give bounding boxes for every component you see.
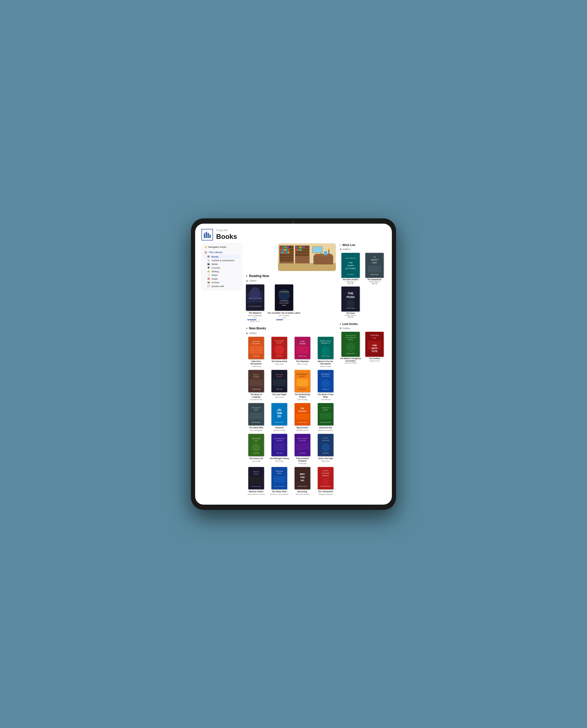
svg-text:Clare Pooley: Clare Pooley <box>299 388 306 390</box>
sidebar-item-writing[interactable]: ✍️ Writing <box>203 270 240 273</box>
reading-book-2[interactable]: V.E.SCHWAB THE INVISIBLE LIFE OF ADDIE L… <box>267 285 301 322</box>
new-book-2[interactable]: FLATSHAREBeth O'Leary The Flatshare Beth… <box>292 337 313 367</box>
three-col-layout: 🧭 Navigator Panel 🏠 The Library 📚 Books <box>202 243 385 499</box>
new-book-3[interactable]: WHERE'D YOU GOBERNADETTEMaria Semple Whe… <box>315 337 336 367</box>
last-book-0[interactable]: THE BALLAD OFSONGBIRDS ANDSNAKESSuzanne … <box>339 332 361 364</box>
new-book-14[interactable]: TRANSCENDENTKINGDOMYaa Gyasi Transcenden… <box>292 434 313 464</box>
logo-bar-3 <box>208 233 209 238</box>
svg-text:GOTHIC: GOTHIC <box>254 473 259 475</box>
last-books-header: ● Last books <box>339 322 385 325</box>
svg-text:THE: THE <box>348 292 353 295</box>
reading-book-1[interactable]: THE MAIDENS ALEX MICHAELIDES The Maidens… <box>246 285 264 322</box>
wish-list-title: Wish List <box>343 243 355 247</box>
reading-now-dot: ● <box>246 274 248 277</box>
svg-text:TUTE: TUTE <box>372 350 378 352</box>
svg-point-76 <box>321 346 330 355</box>
sidebar-item-quotes[interactable]: 💬 Quotes wall <box>203 285 240 288</box>
svg-text:THE: THE <box>373 256 376 258</box>
page-title: Books <box>216 233 237 241</box>
new-book-19[interactable]: ATWOODTHE TESTAMENTSMargaret Atwood The … <box>315 467 336 495</box>
wish-book-2-price: $11.35 <box>339 316 361 318</box>
logo-bars <box>204 231 211 238</box>
new-book-7[interactable]: THE BOOK OFTWO WAYSJodi Picoult The Book… <box>315 370 336 401</box>
svg-text:THE BOOK OF: THE BOOK OF <box>321 373 330 375</box>
last-books-view[interactable]: ⊞ Gallery <box>339 327 385 330</box>
new-books-header: ● New Books <box>246 326 336 330</box>
svg-rect-8 <box>280 256 293 259</box>
home-icon: 🏠 <box>204 251 208 254</box>
new-book-11[interactable]: AMERICANDIRTJeanine Cummins American Dir… <box>315 403 336 431</box>
svg-point-136 <box>322 443 330 452</box>
quotes-icon: 💬 <box>207 285 210 287</box>
sidebar-item-media[interactable]: 🎬 Media <box>203 262 240 266</box>
sidebar-item-articles[interactable]: 📰 Articles & researchers <box>203 259 240 262</box>
sidebar: 🧭 Navigator Panel 🏠 The Library 📚 Books <box>202 243 242 499</box>
breadcrumb: ☰ App title <box>216 229 237 231</box>
sidebar-item-notes[interactable]: 📝 Notes <box>203 273 240 277</box>
svg-text:THE BALLAD OF: THE BALLAD OF <box>345 335 356 336</box>
wish-book-1[interactable]: THESANATORIUMSarah Pearse The Sanatorium… <box>364 253 386 285</box>
svg-text:Beth O'Leary: Beth O'Leary <box>299 355 306 357</box>
svg-rect-39 <box>313 255 333 265</box>
sidebar-item-courses[interactable]: 🎓 Courses <box>203 266 240 270</box>
svg-text:Yaa Gyasi: Yaa Gyasi <box>300 452 306 454</box>
new-book-16[interactable]: MEXICANGOTHICSilvia Moreno-Garcia Mexica… <box>246 467 266 495</box>
reading-grid: THE MAIDENS ALEX MICHAELIDES The Maidens… <box>246 285 336 322</box>
new-book-18-cover: BECOMINGMichelle Obama <box>295 467 310 490</box>
new-book-4[interactable]: Book ofLongingsSue Monk Kidd The Book of… <box>246 370 266 401</box>
new-book-1[interactable]: THE HENNAARTISTAlka Joshi The Henna Arti… <box>269 337 289 367</box>
svg-rect-19 <box>286 249 288 251</box>
reading-book-2-fill <box>276 319 283 320</box>
sidebar-item-archive[interactable]: 📦 Archive <box>203 281 240 285</box>
svg-text:SHARE: SHARE <box>299 343 306 345</box>
svg-rect-21 <box>280 252 281 253</box>
reading-book-2-author: V.E. Schwab <box>267 315 301 317</box>
new-book-9-title: Untamed <box>269 427 289 429</box>
wish-list-view[interactable]: ⊞ Gallery <box>339 248 385 251</box>
new-books-view[interactable]: ⊞ Gallery <box>246 332 336 335</box>
new-book-6[interactable]: THE AUTHENTICITYPROJECTClare Pooley The … <box>292 370 313 401</box>
last-book-1-cover: STEPHENKINGTHEINSTITUTE <box>365 332 384 357</box>
svg-text:TRANSCENDENT: TRANSCENDENT <box>297 438 308 439</box>
svg-rect-35 <box>303 246 305 248</box>
new-book-2-author: Beth O'Leary <box>292 363 313 365</box>
new-book-5-author: Julie Clark <box>269 396 289 398</box>
library-section-header[interactable]: 🏠 The Library <box>203 250 240 254</box>
sidebar-item-goals[interactable]: 🎯 Goals <box>203 277 240 281</box>
new-book-15[interactable]: SUCH AFUN AGEKiley Reid Such a Fun Age K… <box>315 434 336 464</box>
new-book-17[interactable]: THE GLASSHOTELEmily St. John Mandel The … <box>269 467 289 495</box>
new-book-18[interactable]: BECOMINGMichelle Obama Becoming Michelle… <box>292 467 313 495</box>
new-book-0[interactable]: Little FiresEverywhereCeleste Ng Little … <box>246 337 266 367</box>
svg-text:INSTI: INSTI <box>372 347 378 350</box>
new-book-8[interactable]: THE SILENTWIFEKarin Slaughter The Silent… <box>246 403 266 431</box>
new-book-9-author: Glennon Doyle <box>269 429 289 431</box>
svg-text:Sue Monk Kidd: Sue Monk Kidd <box>252 388 261 390</box>
sidebar-item-books[interactable]: 📚 Books <box>203 255 240 259</box>
new-book-15-author: Kiley Reid <box>315 460 336 462</box>
last-book-1[interactable]: STEPHENKINGTHEINSTITUTE The Institute St… <box>364 332 386 364</box>
new-book-12[interactable]: THE GUESTLISTLucy Foley The Guest List L… <box>246 434 266 464</box>
svg-text:GIVER: GIVER <box>347 265 354 267</box>
wish-book-1-title: The Sanatorium <box>364 279 386 281</box>
new-book-10[interactable]: BigSummerJennifer Weiner Big Summer Jenn… <box>292 403 313 431</box>
wish-book-0[interactable]: JOJO MOYESTHEGIVEROF STARSJojo Moyes The… <box>339 253 361 285</box>
new-book-5[interactable]: THE LASTFLIGHTJulie Clark The Last Fligh… <box>269 370 289 401</box>
new-books-title: New Books <box>249 326 266 330</box>
svg-text:MEXICAN: MEXICAN <box>253 471 259 473</box>
svg-text:Suzanne Collins: Suzanne Collins <box>346 353 355 354</box>
svg-text:Big: Big <box>301 407 304 409</box>
new-book-16-cover: MEXICANGOTHICSilvia Moreno-Garcia <box>248 467 264 490</box>
svg-text:Karin Slaughter: Karin Slaughter <box>252 422 261 423</box>
new-book-3-author: Maria Semple <box>315 365 336 367</box>
new-book-9[interactable]: UNTAMEDGlennon Doyle Untamed Glennon Doy… <box>269 403 289 431</box>
new-book-13[interactable]: THE MIDNIGHTLIBRARYMatt Haig The Midnigh… <box>269 434 289 464</box>
reading-now-view[interactable]: ⊞ Gallery <box>246 279 336 282</box>
wish-book-2[interactable]: THEPUSHAshley Audrain The Push Ashley Au… <box>339 287 361 318</box>
svg-text:KINGDOM: KINGDOM <box>299 440 306 441</box>
main-content: ● Reading Now ⊞ Gallery <box>246 243 336 499</box>
wish-book-1-cover: THESANATORIUMSarah Pearse <box>365 253 384 278</box>
new-book-1-author: Alka Joshi <box>269 363 289 365</box>
last-books-section: ● Last books ⊞ Gallery THE BALLAD OFSONG… <box>339 322 385 364</box>
svg-text:Matt Haig: Matt Haig <box>276 452 282 454</box>
svg-rect-146 <box>274 476 285 483</box>
